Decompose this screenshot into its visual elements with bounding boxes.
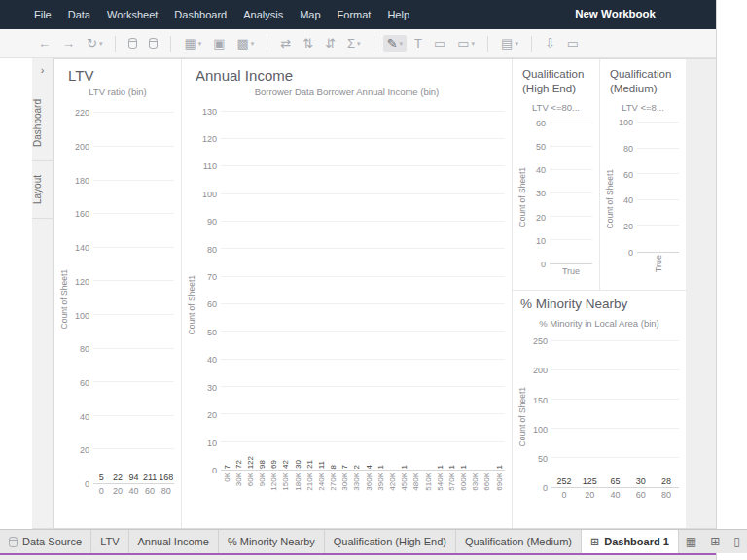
annual-income-bar-label-90K: 98 — [258, 460, 267, 469]
sort-ascending-icon[interactable]: ⇅ — [299, 35, 317, 52]
annual-income-slot-330K: 2 — [351, 465, 363, 470]
expand-panel-chevron[interactable]: › — [41, 58, 45, 86]
annual-income-plot-area: 7721229869423021118724111111 — [221, 103, 505, 471]
chart-zone-annual-income: Annual Income Borrower Data Borrower Ann… — [182, 59, 513, 528]
fix-axes-icon[interactable]: ▤▾ — [497, 35, 522, 52]
qual-high-end-plot-area — [550, 119, 592, 264]
main-area: › Dashboard Layout LTV LTV ratio (bin)Co… — [0, 58, 716, 529]
ltv-bar-label-80: 168 — [159, 472, 173, 482]
ltv-slot-60: 211 — [142, 472, 159, 483]
chart-zone-minority: % Minority Nearby % Minority in Local Ar… — [513, 291, 686, 528]
sheet-tab-data-source[interactable]: Data Source — [0, 530, 91, 553]
annual-income-bar-label-240K: 11 — [317, 461, 326, 469]
rail-tab-layout[interactable]: Layout — [32, 161, 53, 219]
bottom-strip — [0, 555, 716, 560]
qual-high-end-y-axis-label: Count of Sheet1 — [516, 119, 528, 276]
chart-zone-qualification-high-end: Qualification (High End) LTV <=80...Coun… — [513, 59, 600, 290]
annual-income-slot-450K: 1 — [399, 465, 410, 470]
dashboard-canvas: LTV LTV ratio (bin)Count of Sheet1020406… — [53, 58, 716, 529]
back-icon[interactable]: ← — [34, 35, 54, 52]
datasource-icon — [9, 537, 18, 547]
annual-income-bar-label-570K: 1 — [447, 465, 456, 469]
minority-zone-title: % Minority Nearby — [513, 291, 686, 314]
ltv-chart: LTV ratio (bin)Count of Sheet10204060801… — [54, 87, 181, 496]
duplicate-sheet-icon[interactable]: ▣ — [209, 35, 229, 52]
left-rail: › Dashboard Layout — [32, 58, 53, 529]
ltv-y-axis: 020406080100120140160180200220 — [70, 103, 93, 484]
new-worksheet-icon[interactable]: ▦▾ — [180, 35, 205, 52]
chart-zone-ltv: LTV LTV ratio (bin)Count of Sheet1020406… — [53, 59, 182, 528]
replay-icon[interactable]: ↻▾ — [83, 35, 106, 52]
annual-income-slot-0K: 7 — [221, 465, 232, 470]
annual-income-chart: Borrower Data Borrower Annual Income (bi… — [182, 87, 512, 508]
menu-bar: FileDataWorksheetDashboardAnalysisMapFor… — [0, 0, 716, 29]
sheet-tab-dashboard-1[interactable]: ⊞Dashboard 1 — [582, 530, 679, 553]
menu-help[interactable]: Help — [387, 9, 409, 20]
toolbar-separator — [374, 36, 374, 52]
left-gutter — [0, 58, 32, 529]
chart-zone-qualification-medium: Qualification (Medium) LTV <=8...Count o… — [600, 59, 686, 290]
sheet-tab-qualification-high-end-[interactable]: Qualification (High End) — [325, 530, 456, 553]
new-worksheet-button[interactable]: ▦ — [679, 530, 703, 553]
canvas-filler — [686, 59, 716, 528]
presentation-mode-icon[interactable]: ▭ — [563, 35, 583, 52]
forward-icon[interactable]: → — [58, 35, 79, 52]
annual-income-slot-90K: 98 — [257, 460, 268, 470]
qual-medium-chart-title: LTV <=8... — [602, 102, 684, 113]
format-icon[interactable]: ▭ — [430, 35, 449, 52]
annual-income-slot-390K: 1 — [374, 465, 386, 470]
pause-auto-updates-icon[interactable] — [145, 36, 161, 51]
highlight-icon[interactable]: ✎▾ — [383, 35, 407, 52]
rail-tab-dashboard[interactable]: Dashboard — [32, 86, 53, 161]
annual-income-slot-600K: 1 — [457, 465, 469, 470]
menu-file[interactable]: File — [34, 9, 52, 20]
qual-medium-y-axis-label: Count of Sheet1 — [604, 119, 616, 280]
totals-icon[interactable]: Σ▾ — [343, 35, 365, 52]
annual-income-slot-570K: 1 — [445, 465, 457, 470]
qualification-row: Qualification (High End) LTV <=80...Coun… — [513, 59, 686, 291]
sheet-tab-row: Data SourceLTVAnnual Income% Minority Ne… — [0, 529, 716, 553]
tableau-window: FileDataWorksheetDashboardAnalysisMapFor… — [0, 0, 717, 560]
annual-income-bar-label-150K: 42 — [281, 460, 290, 469]
qual-medium-y-axis: 020406080100 — [616, 119, 637, 253]
ltv-bar-label-60: 211 — [143, 472, 157, 482]
clear-sheet-icon[interactable]: ▩▾ — [233, 35, 259, 52]
annual-income-slot-240K: 11 — [315, 461, 327, 470]
menu-analysis[interactable]: Analysis — [243, 9, 283, 20]
sheet-tab-ltv[interactable]: LTV — [91, 530, 128, 553]
menu-worksheet[interactable]: Worksheet — [107, 9, 158, 20]
toolbar-separator — [115, 36, 116, 52]
new-data-source-icon[interactable] — [124, 36, 141, 51]
ltv-slot-80: 168 — [158, 472, 174, 483]
sheet-tab-annual-income[interactable]: Annual Income — [129, 530, 219, 553]
swap-rows-columns-icon[interactable]: ⇄ — [276, 35, 295, 52]
sheet-tab--minority-nearby[interactable]: % Minority Nearby — [219, 530, 325, 553]
sort-descending-icon[interactable]: ⇵ — [321, 35, 339, 52]
new-dashboard-button[interactable]: ⊞ — [703, 530, 727, 553]
new-story-button[interactable]: ▯ — [727, 530, 747, 553]
menu-data[interactable]: Data — [68, 9, 90, 20]
ltv-y-axis-label: Count of Sheet1 — [58, 103, 70, 496]
borders-icon[interactable]: ▭▾ — [453, 35, 479, 52]
minority-chart-title: % Minority in Local Area (bin) — [515, 318, 684, 329]
minority-slot-0: 252 — [551, 476, 577, 487]
ltv-bar-label-40: 94 — [128, 472, 138, 482]
qual-medium-plot-area — [637, 119, 679, 253]
sheet-tab-qualification-medium-[interactable]: Qualification (Medium) — [456, 530, 582, 553]
qual-high-end-chart: LTV <=80...Count of Sheet10102030405060T… — [513, 102, 599, 276]
qual-medium-x-axis: True — [637, 255, 679, 280]
annual-income-slot-150K: 42 — [280, 460, 292, 470]
annual-income-bar-label-600K: 1 — [459, 465, 468, 469]
menu-dashboard[interactable]: Dashboard — [174, 9, 227, 20]
dashboard-grid-icon: ⊞ — [590, 536, 599, 548]
menu-format[interactable]: Format — [338, 9, 372, 20]
show-mark-labels-icon[interactable]: T — [410, 35, 426, 52]
ltv-bar-label-20: 22 — [113, 472, 123, 482]
minority-slot-40: 65 — [602, 476, 627, 487]
annual-income-x-axis: 0K30K60K90K120K150K180K210K240K270K300K3… — [221, 472, 505, 508]
menu-map[interactable]: Map — [300, 9, 320, 20]
annual-income-y-axis: 0102030405060708090100110120130 — [197, 103, 221, 471]
minority-slot-60: 30 — [628, 476, 654, 487]
qual-medium-chart: LTV <=8...Count of Sheet1020406080100Tru… — [600, 102, 686, 280]
publish-icon[interactable]: ⇩ — [541, 35, 559, 52]
